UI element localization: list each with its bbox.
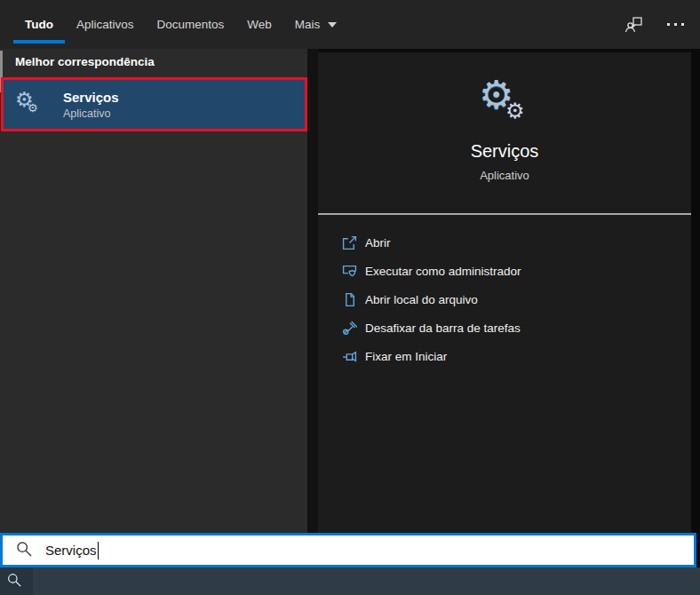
services-gears-icon: ⚙ ⚙ [15,91,42,118]
tab-documentos[interactable]: Documentos [157,0,225,49]
pin-icon [341,348,357,364]
tab-label: Documentos [157,18,225,31]
tab-tudo[interactable]: Tudo [25,0,53,49]
gear-small: ⚙ [505,100,525,122]
app-hero: ⚙ ⚙ Serviços Aplicativo [318,52,691,182]
action-label: Executar como administrador [365,265,521,278]
tab-label: Mais [295,18,321,31]
ellipsis-menu-icon[interactable] [667,23,684,26]
action-open-file-location[interactable]: Abrir local do arquivo [318,285,691,313]
tab-label: Aplicativos [76,18,134,31]
best-match-text: Serviços Aplicativo [63,90,119,120]
action-label: Abrir local do arquivo [365,293,478,306]
app-subtitle: Aplicativo [318,169,691,182]
result-subtitle: Aplicativo [63,107,119,120]
search-input[interactable]: Serviços [0,533,696,567]
services-gears-icon-large: ⚙ ⚙ [479,75,530,125]
action-label: Desafixar da barra de tarefas [365,321,521,335]
best-match-result[interactable]: ⚙ ⚙ Serviços Aplicativo [4,80,305,129]
divider [318,213,691,215]
feedback-person-chat-icon[interactable] [623,14,644,36]
tab-mais[interactable]: Mais [295,0,338,49]
panel-divider-gap [307,49,318,533]
action-label: Fixar em Iniciar [365,350,447,363]
result-title: Serviços [63,90,119,105]
text-cursor [98,542,99,559]
action-open[interactable]: Abrir [318,228,691,257]
action-pin-to-start[interactable]: Fixar em Iniciar [318,342,691,370]
app-title: Serviços [318,141,691,162]
preview-panel: ⚙ ⚙ Serviços Aplicativo Abrir [318,49,691,533]
admin-shield-icon [341,263,357,279]
search-icon [15,540,33,561]
desktop-gap [691,49,700,533]
filter-tabs: Tudo Aplicativos Documentos Web Mais [0,0,337,49]
search-filter-tabbar: Tudo Aplicativos Documentos Web Mais [0,0,700,49]
red-annotation-box: ⚙ ⚙ Serviços Aplicativo [1,77,307,131]
tab-label: Tudo [25,18,53,31]
search-value: Serviços [45,543,97,558]
windows-search-flyout: Tudo Aplicativos Documentos Web Mais Mel… [0,0,700,595]
context-actions: Abrir Executar como administrador [318,228,691,370]
section-header: Melhor correspondência [15,55,155,68]
taskbar-search-button[interactable] [0,567,33,595]
gear-small: ⚙ [28,102,38,114]
file-location-icon [341,291,357,307]
tab-label: Web [247,18,272,31]
topbar-actions [623,0,684,49]
action-run-as-admin[interactable]: Executar como administrador [318,257,691,285]
results-panel: Melhor correspondência ⚙ ⚙ Serviços Apli… [0,49,307,533]
action-label: Abrir [365,236,391,250]
tab-web[interactable]: Web [247,0,272,49]
action-unpin-from-taskbar[interactable]: Desafixar da barra de tarefas [318,313,691,342]
open-icon [341,234,357,250]
search-icon [6,572,22,591]
tab-aplicativos[interactable]: Aplicativos [76,0,134,49]
unpin-icon [341,320,357,336]
chevron-down-icon [328,22,337,28]
taskbar [0,567,700,595]
